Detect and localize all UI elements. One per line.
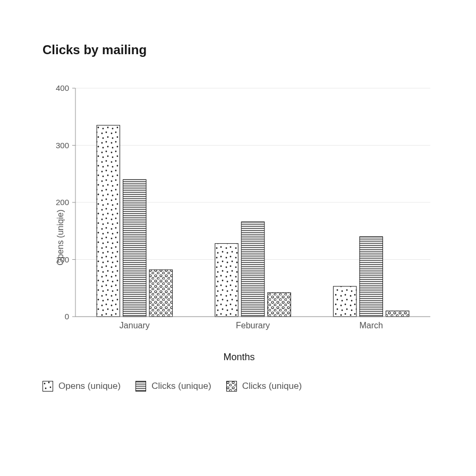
bar	[149, 270, 173, 317]
svg-text:400: 400	[56, 83, 69, 92]
svg-text:300: 300	[56, 141, 69, 150]
x-axis-label: Months	[42, 352, 436, 363]
bar	[268, 293, 291, 317]
legend-item[interactable]: Clicks (unique)	[226, 381, 302, 392]
bar	[360, 237, 383, 317]
legend-item[interactable]: Opens (unique)	[42, 381, 121, 392]
x-tick-label: Feburary	[236, 321, 270, 330]
bar	[215, 243, 239, 317]
svg-rect-28	[43, 381, 53, 392]
chart-container: Clicks by mailing Opens (uniqie)	[0, 0, 476, 413]
x-tick-label: January	[120, 321, 150, 330]
legend-swatch	[42, 381, 53, 392]
legend-swatch	[226, 381, 237, 392]
legend-label: Clicks (unique)	[242, 381, 302, 392]
svg-rect-30	[226, 381, 236, 392]
legend-label: Opens (unique)	[58, 381, 121, 392]
bar	[97, 125, 120, 317]
y-axis-label: Opens (uniqie)	[56, 209, 65, 265]
svg-rect-29	[136, 381, 146, 392]
bar	[241, 222, 265, 317]
svg-text:0: 0	[65, 312, 69, 321]
legend-item[interactable]: Clicks (unique)	[135, 381, 211, 392]
x-tick-label: March	[359, 321, 382, 330]
legend-label: Clicks (unique)	[151, 381, 211, 392]
bar	[123, 180, 147, 317]
chart-svg: 0100200300400 JanuaryFeburaryMarch	[42, 83, 436, 333]
chart-legend: Opens (unique)Clicks (unique)Clicks (uni…	[42, 381, 436, 392]
svg-text:200: 200	[56, 198, 69, 207]
chart-title: Clicks by mailing	[42, 42, 434, 57]
chart-plot-wrap: Opens (uniqie)	[42, 83, 436, 392]
bar	[386, 311, 409, 317]
bar	[333, 286, 356, 317]
legend-swatch	[135, 381, 146, 392]
